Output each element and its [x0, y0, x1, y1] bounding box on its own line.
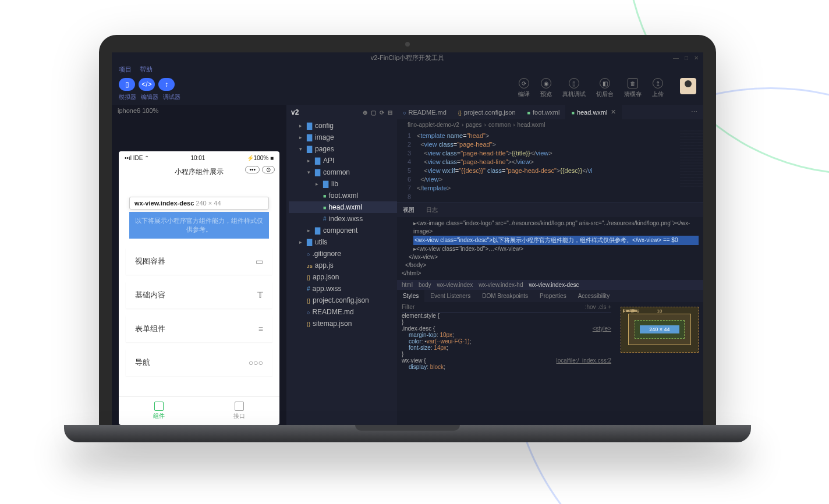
toolbar: ▯ </> ↕ 模拟器 编辑器 调试器 ⟳编译 ◉预览 ▯真机调试 ◧切后台 🗑… [112, 76, 703, 105]
background-action[interactable]: ◧切后台 [596, 78, 614, 98]
titlebar: v2-FinClip小程序开发工具 —□✕ [112, 52, 703, 63]
tab-head[interactable]: head.wxml✕ [565, 105, 622, 119]
inspect-tooltip: wx-view.index-desc 240 × 44 [129, 197, 269, 210]
styles-pane[interactable]: :hov .cls + element.style {} .index-desc… [397, 302, 616, 384]
project-root[interactable]: v2 [291, 108, 299, 116]
tree-file[interactable]: foot.wxml [289, 190, 397, 201]
tree-file[interactable]: .gitignore [289, 248, 397, 260]
laptop-frame: v2-FinClip小程序开发工具 —□✕ 项目 帮助 ▯ </> ↕ 模拟器 … [99, 35, 716, 442]
file-explorer: v2 ⊕▢⟳⊟ ▸▇config ▸▇image ▾▇pages ▸▇API ▾… [286, 105, 397, 425]
remote-action[interactable]: ▯真机调试 [562, 78, 586, 98]
dom-breadcrumb[interactable]: htmlbodywx-view.indexwx-view.index-hdwx-… [397, 280, 703, 290]
avatar[interactable] [680, 78, 696, 94]
list-item[interactable]: 表单组件≡ [126, 315, 272, 342]
editor-tabs: README.md project.config.json foot.wxml … [397, 105, 703, 119]
dom-selected[interactable]: <wx-view class="index-desc">以下将展示小程序官方组件… [413, 236, 699, 245]
code-editor[interactable]: 1<template name="head">2 <view class="pa… [397, 130, 703, 203]
ide-window: v2-FinClip小程序开发工具 —□✕ 项目 帮助 ▯ </> ↕ 模拟器 … [112, 52, 703, 425]
tree-folder[interactable]: ▸▇image [289, 132, 397, 143]
subtab-events[interactable]: Event Listeners [424, 290, 476, 302]
window-title: v2-FinClip小程序开发工具 [371, 54, 445, 62]
styles-filter[interactable] [402, 304, 585, 310]
preview-action[interactable]: ◉预览 [540, 78, 552, 98]
dbg-tab-view[interactable]: 视图 [397, 203, 420, 217]
tree-file[interactable]: app.js [289, 260, 397, 271]
tree-file[interactable]: app.json [289, 271, 397, 283]
debugger-pill[interactable]: ↕ [158, 78, 175, 91]
editor-pill[interactable]: </> [139, 78, 155, 91]
new-file-icon[interactable]: ⊕ [363, 109, 367, 116]
upload-action[interactable]: ↥上传 [652, 78, 664, 98]
selected-element[interactable]: 以下将展示小程序官方组件能力，组件样式仅供参考。 [129, 212, 269, 239]
editor-panel: README.md project.config.json foot.wxml … [397, 105, 703, 425]
tab-projconf[interactable]: project.config.json [452, 105, 522, 119]
tree-folder[interactable]: ▸▇lib [289, 178, 397, 190]
tree-file[interactable]: project.config.json [289, 294, 397, 306]
dom-tree[interactable]: ▸<wx-image class="index-logo" src="../re… [397, 217, 703, 280]
close-icon[interactable]: ✕ [611, 108, 616, 116]
add-rule-icon[interactable]: + [608, 304, 611, 310]
refresh-icon[interactable]: ⟳ [380, 109, 384, 116]
tree-file[interactable]: app.wxss [289, 283, 397, 294]
styles-tabs: Styles Event Listeners DOM Breakpoints P… [397, 290, 703, 302]
tree-file[interactable]: README.md [289, 306, 397, 318]
sim-device-label: iphone6 100% [112, 105, 286, 116]
tree-folder[interactable]: ▸▇utils [289, 236, 397, 248]
compile-action[interactable]: ⟳编译 [518, 78, 530, 98]
phone-simulator[interactable]: ••ıl IDE ⌃ 10:01 ⚡100% ■ 小程序组件展示 •••⊙ wx… [119, 151, 279, 425]
simulator-pill[interactable]: ▯ [119, 78, 135, 91]
subtab-a11y[interactable]: Accessibility [572, 290, 615, 302]
new-folder-icon[interactable]: ▢ [371, 109, 376, 116]
window-controls[interactable]: —□✕ [673, 55, 699, 61]
phone-tab-api[interactable]: 接口 [199, 397, 279, 425]
subtab-props[interactable]: Properties [534, 290, 572, 302]
box-model: margin 10 border padding 240 × 44 [616, 302, 703, 384]
list-item[interactable]: 导航○○○ [126, 349, 272, 376]
dbg-tab-log[interactable]: 日志 [420, 203, 444, 217]
tree-folder[interactable]: ▾▇pages [289, 143, 397, 155]
breadcrumb[interactable]: fino-applet-demo-v2›pages›common›head.wx… [397, 119, 703, 130]
tree-folder[interactable]: ▸▇config [289, 120, 397, 132]
debugger-tabs: 视图 日志 [397, 203, 703, 217]
tree-file[interactable]: sitemap.json [289, 318, 397, 329]
list-item[interactable]: 视图容器▭ [126, 248, 272, 275]
tab-readme[interactable]: README.md [397, 105, 452, 119]
tree-folder[interactable]: ▾▇common [289, 166, 397, 178]
tree-folder[interactable]: ▸▇API [289, 155, 397, 166]
subtab-dombp[interactable]: DOM Breakpoints [476, 290, 534, 302]
tree-file-active[interactable]: head.wxml [289, 201, 397, 213]
tabs-overflow[interactable]: ⋯ [685, 105, 703, 119]
tree-folder[interactable]: ▸▇component [289, 225, 397, 236]
list-item[interactable]: 基础内容𝕋 [126, 282, 272, 308]
subtab-styles[interactable]: Styles [397, 290, 424, 302]
tree-file[interactable]: index.wxss [289, 213, 397, 225]
menubar: 项目 帮助 [112, 63, 703, 76]
cache-action[interactable]: 🗑清缓存 [624, 78, 642, 98]
minimap[interactable] [680, 130, 703, 189]
simulator-panel: iphone6 100% ••ıl IDE ⌃ 10:01 ⚡100% ■ 小程… [112, 105, 286, 425]
phone-tab-components[interactable]: 组件 [119, 397, 199, 425]
menu-project[interactable]: 项目 [119, 65, 132, 74]
menu-help[interactable]: 帮助 [140, 65, 153, 74]
collapse-icon[interactable]: ⊟ [388, 109, 392, 116]
tab-foot[interactable]: foot.wxml [522, 105, 566, 119]
app-title: 小程序组件展示 [175, 168, 224, 176]
